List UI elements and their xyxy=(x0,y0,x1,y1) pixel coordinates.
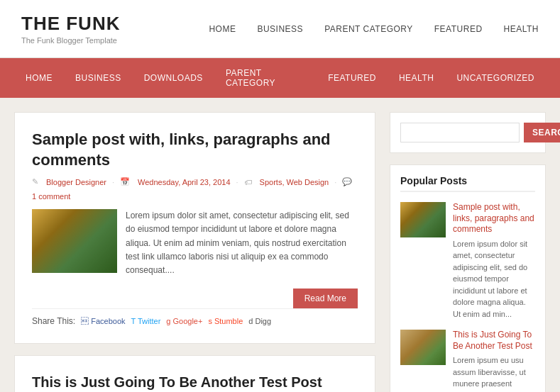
post-title-1[interactable]: Sample post with, links, paragraphs and … xyxy=(32,130,358,170)
main-nav-item-home[interactable]: HOME xyxy=(14,63,64,93)
pp-excerpt-2: Lorem ipsum eu usu assum liberavisse, ut… xyxy=(453,354,535,392)
popular-post-1: Sample post with, links, paragraphs and … xyxy=(400,202,535,320)
top-nav-item-health[interactable]: HEALTH xyxy=(504,24,539,34)
share-stumble-btn[interactable]: s Stumble xyxy=(208,317,243,325)
main-nav-item-featured[interactable]: FEATURED xyxy=(317,63,388,93)
post-cats-1[interactable]: Sports, Web Design xyxy=(260,178,329,186)
sidebar-search-widget: SEARCH xyxy=(390,112,546,153)
post-excerpt-1: Lorem ipsum dolor sit amet, consectetur … xyxy=(126,209,358,277)
pp-thumb-1 xyxy=(400,202,446,237)
site-tagline: The Funk Blogger Template xyxy=(21,36,120,45)
main-nav-item-business[interactable]: BUSINESS xyxy=(64,63,133,93)
top-nav-item-parent-category[interactable]: PARENT CATEGORY xyxy=(324,24,413,34)
cat-icon-1: 🏷 xyxy=(244,178,252,186)
share-facebook-btn[interactable]:  Facebook xyxy=(81,317,125,325)
main-nav-item-parent-category[interactable]: PARENT CATEGORY xyxy=(214,58,317,98)
content-wrapper: Sample post with, links, paragraphs and … xyxy=(0,98,560,392)
site-title-block: THE FUNK The Funk Blogger Template xyxy=(21,13,120,45)
post-author-1[interactable]: Blogger Designer xyxy=(46,178,106,186)
popular-post-2: This is Just Going To Be Another Test Po… xyxy=(400,330,535,392)
top-nav-item-business[interactable]: BUSINESS xyxy=(257,24,303,34)
pp-excerpt-1: Lorem ipsum dolor sit amet, consectetur … xyxy=(453,238,535,320)
author-icon-1: ✎ xyxy=(32,177,38,186)
post-thumb-img-1 xyxy=(32,209,117,273)
share-label-1: Share This: xyxy=(32,316,75,326)
post-thumb-1 xyxy=(32,209,117,273)
main-nav-item-uncategorized[interactable]: UNCATEGORIZED xyxy=(445,63,546,93)
post-title-2[interactable]: This is Just Going To Be Another Test Po… xyxy=(32,373,358,391)
pp-content-1: Sample post with, links, paragraphs and … xyxy=(453,202,535,320)
top-nav-item-home[interactable]: HOME xyxy=(209,24,236,34)
share-googleplus-btn[interactable]: g Google+ xyxy=(166,317,202,325)
pp-title-1[interactable]: Sample post with, links, paragraphs and … xyxy=(453,202,535,235)
popular-posts-widget: Popular Posts Sample post with, links, p… xyxy=(390,164,546,392)
read-more-btn-1[interactable]: Read More xyxy=(293,289,358,308)
share-twitter-btn[interactable]: T Twitter xyxy=(131,317,161,325)
popular-posts-title: Popular Posts xyxy=(400,175,535,192)
share-digg-btn[interactable]: d Digg xyxy=(248,317,271,325)
main-nav-item-health[interactable]: HEALTH xyxy=(388,63,445,93)
sidebar: SEARCH Popular Posts Sample post with, l… xyxy=(390,112,546,392)
main-nav-item-downloads[interactable]: DOWNLOADS xyxy=(133,63,214,93)
post-card-1: Sample post with, links, paragraphs and … xyxy=(14,112,375,344)
search-button[interactable]: SEARCH xyxy=(524,123,560,142)
share-row-1: Share This:  Facebook T Twitter g Googl… xyxy=(32,308,358,326)
date-icon-1: 📅 xyxy=(120,177,130,186)
main-nav-bar: HOMEBUSINESSDOWNLOADSPARENT CATEGORYFEAT… xyxy=(0,58,560,98)
comment-icon-1: 💬 xyxy=(342,177,352,186)
post-meta-1: ✎ Blogger Designer · 📅 Wednesday, April … xyxy=(32,177,358,201)
top-nav-item-featured[interactable]: FEATURED xyxy=(434,24,483,34)
header: THE FUNK The Funk Blogger Template HOMEB… xyxy=(0,0,560,58)
post-body-1: Lorem ipsum dolor sit amet, consectetur … xyxy=(32,209,358,277)
post-card-2: This is Just Going To Be Another Test Po… xyxy=(14,355,375,392)
post-date-1: Wednesday, April 23, 2014 xyxy=(138,178,230,186)
search-input[interactable] xyxy=(400,123,520,142)
post-comments-1[interactable]: 1 comment xyxy=(32,192,70,201)
pp-thumb-img-2 xyxy=(400,330,446,365)
pp-thumb-2 xyxy=(400,330,446,365)
top-nav: HOMEBUSINESSPARENT CATEGORYFEATUREDHEALT… xyxy=(209,24,539,34)
pp-thumb-img-1 xyxy=(400,202,446,237)
site-title: THE FUNK xyxy=(21,13,120,35)
pp-title-2[interactable]: This is Just Going To Be Another Test Po… xyxy=(453,330,535,352)
main-content: Sample post with, links, paragraphs and … xyxy=(14,112,375,392)
pp-content-2: This is Just Going To Be Another Test Po… xyxy=(453,330,535,392)
